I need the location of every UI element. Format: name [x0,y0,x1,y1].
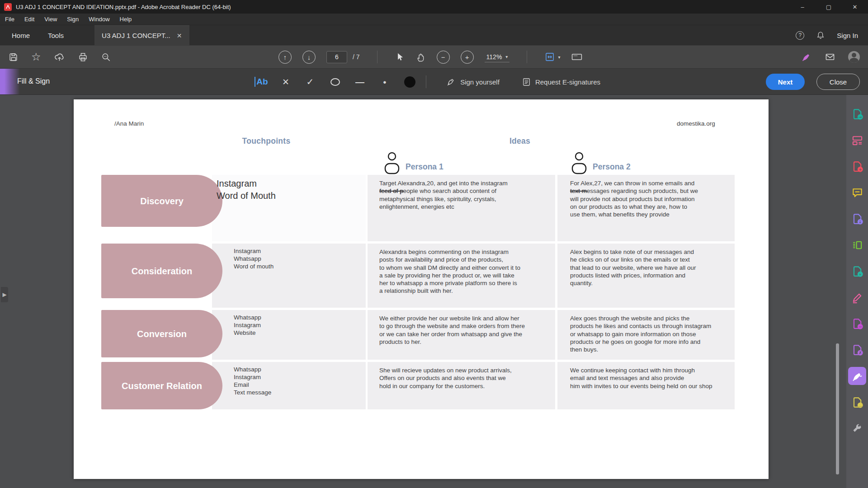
touchpoints-text: Whatsapp Instagram Website [234,314,261,337]
svg-text:…: … [858,402,862,407]
struck-text: feed of p [379,188,403,194]
sidebar-tool-more-tools-icon[interactable] [848,419,866,437]
person-icon [571,152,587,174]
sidebar-tool-fill-and-sign-icon[interactable] [848,367,866,385]
fill-sign-pen-icon[interactable] [801,52,812,62]
sidebar-tool-send-for-comments-icon[interactable]: … [848,393,866,411]
idea-text-persona2: For Alex,27, we can throw in some emails… [570,179,740,218]
circle-tool[interactable] [326,69,344,95]
check-mark-tool[interactable]: ✓ [302,69,318,95]
esign-document-icon [522,77,531,87]
sidebar-tool-export-pdf-icon[interactable]: → [848,105,866,123]
persona-1-header: Persona 1 [384,152,443,174]
fill-sign-divider [426,75,426,88]
hand-pan-icon[interactable] [415,52,426,62]
sign-in-button[interactable]: Sign In [837,32,858,39]
svg-text:↓: ↓ [858,219,862,224]
fill-color-swatch[interactable] [400,69,420,95]
menu-view[interactable]: View [39,16,62,23]
cross-mark-tool[interactable]: ✕ [278,69,294,95]
notifications-bell-icon[interactable] [816,31,825,40]
zoom-out-icon[interactable]: − [437,51,450,64]
chevron-down-icon: ▾ [505,54,508,59]
row-label-conversion: Conversion [101,310,222,357]
close-button[interactable]: Close [816,74,860,90]
tab-tools[interactable]: Tools [39,32,73,39]
tab-home[interactable]: Home [3,32,39,39]
title-bar: U3 ADJ 1 CONCEPT AND IDEATION.pptx.pdf -… [0,0,868,14]
tab-document[interactable]: U3 ADJ 1 CONCEPT... ✕ [94,25,189,45]
line-tool[interactable]: — [352,69,368,95]
print-icon[interactable] [78,52,88,62]
next-page-icon[interactable]: ↓ [302,51,316,64]
idea-text-persona1: Alexandra begins commenting on the insta… [379,248,557,295]
acrobat-logo-icon [4,3,12,11]
add-text-tool[interactable]: Ab [251,69,271,95]
text-tool-label: Ab [255,77,268,87]
idea-text-persona1: We either provide her our website link a… [379,314,557,346]
vertical-scrollbar[interactable] [836,343,839,474]
toolbar-divider [527,51,527,63]
svg-text:→: → [858,114,862,119]
restore-button[interactable]: ▢ [816,0,842,14]
idea-text-persona1: Target Alexandra,20, and get into the in… [379,179,557,211]
struck-text: text m [570,188,587,194]
sidebar-tool-redact-icon[interactable] [848,288,866,306]
request-esignatures-label: Request E-signatures [535,78,600,86]
close-window-button[interactable]: ✕ [842,0,868,14]
star-favorite-icon[interactable]: ☆ [31,51,41,63]
website-text: domestika.org [677,120,715,127]
sidebar-tool-organize-pages-icon[interactable] [848,131,866,149]
select-cursor-icon[interactable] [395,52,405,62]
request-esignatures-button[interactable]: Request E-signatures [514,69,609,95]
persona-2-header: Persona 2 [571,152,631,174]
page-number-input[interactable] [326,51,347,63]
menu-help[interactable]: Help [115,16,137,23]
menu-file[interactable]: File [0,16,19,23]
menu-edit[interactable]: Edit [19,16,39,23]
dot-tool[interactable]: ● [377,69,392,95]
sidebar-tool-edit-pdf-icon[interactable] [848,236,866,254]
tools-sidebar: →+↓»−✗… [846,95,868,488]
idea-text-persona2: Alex begins to take note of our messages… [570,248,740,287]
sidebar-tool-create-pdf-icon[interactable]: + [848,157,866,175]
sidebar-tool-request-signatures-icon[interactable]: ✗ [848,341,866,359]
persona-2-label: Persona 2 [593,162,631,174]
search-icon[interactable] [101,52,111,62]
previous-page-icon[interactable]: ↑ [278,51,292,64]
zoom-in-icon[interactable]: + [461,51,474,64]
help-icon[interactable]: ? [796,31,804,40]
account-avatar-icon[interactable] [848,51,860,63]
navigation-pane-toggle[interactable]: ▶ [1,287,8,302]
chevron-down-icon: ▾ [558,55,560,60]
menu-sign[interactable]: Sign [62,16,84,23]
idea-text-persona2: Alex goes through the website and picks … [570,314,740,353]
fountain-pen-icon [446,77,456,87]
table-row-consideration: Consideration Instagram Whatsapp Word of… [74,244,769,308]
fill-sign-title: Fill & Sign [17,77,50,85]
sidebar-tool-stamp-icon[interactable]: − [848,314,866,333]
document-viewport[interactable]: ▶ /Ana Marin domestika.org Touchpoints I… [0,95,846,488]
svg-text:−: − [858,324,862,328]
tab-close-icon[interactable]: ✕ [177,32,182,39]
reading-mode-icon[interactable] [571,51,583,63]
sidebar-tool-compress-pdf-icon[interactable]: » [848,262,866,280]
table-row-conversion: Conversion Whatsapp Instagram Website We… [74,310,769,360]
page-fit-icon[interactable]: ▾ [544,52,560,62]
save-icon[interactable] [8,52,19,62]
sidebar-tool-comment-icon[interactable] [848,183,866,202]
next-button[interactable]: Next [766,74,805,90]
toolbar-divider [377,51,377,63]
envelope-icon[interactable] [825,52,835,62]
minimize-button[interactable]: – [789,0,816,14]
svg-text:✗: ✗ [858,350,862,355]
svg-text:»: » [859,271,861,276]
zoom-level-dropdown[interactable]: 112% ▾ [485,52,510,62]
sign-yourself-button[interactable]: Sign yourself [437,69,509,95]
idea-text-persona2: We continue keeping contact with him thr… [570,366,740,390]
sidebar-tool-combine-files-icon[interactable]: ↓ [848,210,866,228]
menu-window[interactable]: Window [84,16,114,23]
cloud-upload-icon[interactable] [54,52,65,63]
pdf-page: /Ana Marin domestika.org Touchpoints Ide… [74,99,769,479]
main-toolbar: ☆ ↑ ↓ / 7 − + 112% ▾ ▾ [0,45,868,69]
